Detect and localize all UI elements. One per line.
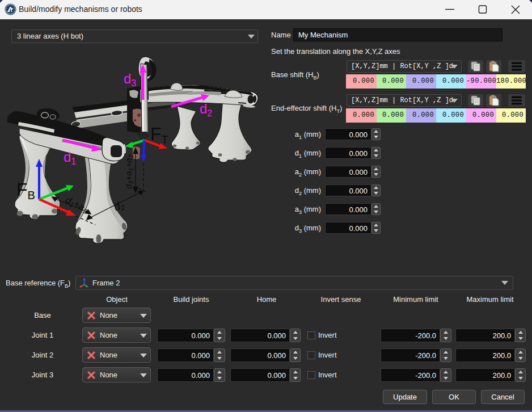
svg-text:d3+a1+a2: d3+a1+a2 <box>124 154 134 189</box>
svg-text:d2: d2 <box>200 101 212 118</box>
svg-text:FT: FT <box>150 124 168 146</box>
svg-text:d3: d3 <box>124 71 136 88</box>
